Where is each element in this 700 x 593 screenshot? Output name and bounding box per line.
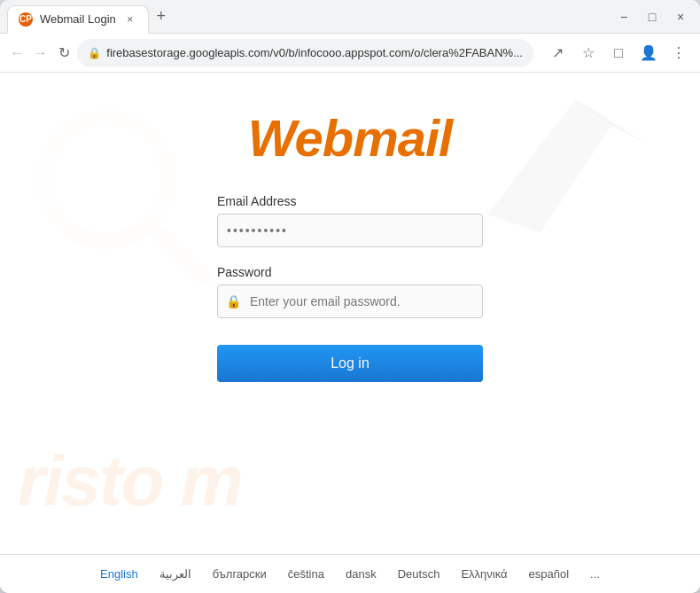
- refresh-button[interactable]: ↻: [54, 39, 74, 67]
- password-input[interactable]: [217, 285, 483, 318]
- forward-button[interactable]: →: [30, 39, 50, 67]
- lang-german[interactable]: Deutsch: [398, 567, 440, 581]
- extensions-button[interactable]: □: [604, 39, 633, 67]
- lang-english[interactable]: English: [100, 567, 138, 581]
- password-label: Password: [217, 265, 483, 279]
- active-tab: CP Webmail Login ×: [7, 5, 149, 34]
- lang-more[interactable]: ...: [590, 567, 600, 581]
- password-input-wrapper: 🔒: [217, 285, 483, 318]
- page-content: CP risto m Webmail Email Address: [0, 73, 700, 593]
- back-button[interactable]: ←: [7, 39, 27, 67]
- login-form: Email Address Password 🔒 Log in: [217, 194, 483, 382]
- address-bar[interactable]: 🔒 firebasestorage.googleapis.com/v0/b/in…: [77, 39, 533, 67]
- email-label: Email Address: [217, 194, 483, 208]
- webmail-logo: Webmail: [248, 108, 452, 168]
- window-controls: − □ ×: [611, 4, 693, 29]
- email-group: Email Address: [217, 194, 483, 247]
- tab-bar: CP Webmail Login × +: [7, 0, 611, 33]
- email-input[interactable]: [217, 214, 483, 247]
- lang-bulgarian[interactable]: български: [213, 567, 267, 581]
- menu-button[interactable]: ⋮: [665, 39, 693, 67]
- lang-czech[interactable]: čeština: [288, 567, 324, 581]
- tab-close-button[interactable]: ×: [123, 12, 137, 27]
- nav-actions: ↗ ☆ □ 👤 ⋮: [544, 39, 693, 67]
- login-container: Webmail Email Address Password 🔒 Log in: [0, 73, 700, 554]
- lang-danish[interactable]: dansk: [346, 567, 377, 581]
- lang-greek[interactable]: Ελληνικά: [461, 567, 507, 581]
- address-text: firebasestorage.googleapis.com/v0/b/info…: [106, 46, 523, 59]
- password-group: Password 🔒: [217, 265, 483, 318]
- tab-title: Webmail Login: [40, 12, 116, 26]
- share-button[interactable]: ↗: [544, 39, 572, 67]
- password-lock-icon: 🔒: [226, 294, 241, 308]
- login-button[interactable]: Log in: [217, 345, 483, 382]
- lang-arabic[interactable]: العربية: [159, 567, 191, 581]
- new-tab-button[interactable]: +: [149, 4, 174, 29]
- browser-window: CP Webmail Login × + − □ × ← → ↻ 🔒 fireb…: [0, 0, 700, 593]
- profile-button[interactable]: 👤: [634, 39, 663, 67]
- lang-spanish[interactable]: español: [529, 567, 570, 581]
- window-minimize-button[interactable]: −: [611, 4, 636, 29]
- window-close-button[interactable]: ×: [668, 4, 693, 29]
- language-bar: English العربية български čeština dansk …: [0, 554, 700, 593]
- nav-bar: ← → ↻ 🔒 firebasestorage.googleapis.com/v…: [0, 34, 700, 73]
- window-maximize-button[interactable]: □: [640, 4, 665, 29]
- title-bar: CP Webmail Login × + − □ ×: [0, 0, 700, 34]
- bookmark-button[interactable]: ☆: [574, 39, 603, 67]
- lock-icon: 🔒: [88, 47, 101, 59]
- tab-favicon: CP: [19, 12, 33, 27]
